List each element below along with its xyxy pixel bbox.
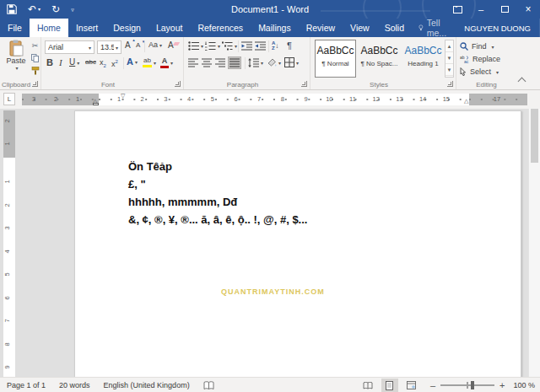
shrink-font-button[interactable]: A <box>136 42 140 49</box>
show-hide-pilcrow-button[interactable]: ¶ <box>287 40 292 51</box>
collapse-ribbon-icon[interactable] <box>518 78 526 86</box>
doc-line[interactable]: Ön Têảp <box>128 158 307 175</box>
font-dialog-launcher-icon[interactable] <box>175 81 181 87</box>
tab-view[interactable]: View <box>343 19 377 37</box>
style-heading1[interactable]: AaBbCc Heading 1 <box>402 40 444 78</box>
text-effects-button[interactable]: A▾ <box>127 57 138 67</box>
clear-formatting-button[interactable]: A <box>168 41 174 50</box>
grow-font-button[interactable]: A <box>125 41 131 50</box>
select-button[interactable]: Select▾ <box>460 66 499 78</box>
font-size-combo[interactable]: 13.5▾ <box>97 40 122 54</box>
align-left-button[interactable] <box>188 58 198 67</box>
styles-more-icon[interactable]: ▼ <box>446 64 453 76</box>
minimize-icon[interactable]: – <box>469 0 493 19</box>
word-count[interactable]: 20 words <box>59 381 90 389</box>
decrease-indent-button[interactable] <box>241 41 252 51</box>
tab-design[interactable]: Design <box>105 19 148 37</box>
print-layout-button[interactable] <box>381 379 398 392</box>
zoom-slider-thumb[interactable] <box>471 381 474 389</box>
font-name-combo[interactable]: Arial▾ <box>45 40 94 54</box>
tab-solid[interactable]: Solid <box>377 19 412 37</box>
vertical-ruler[interactable]: 21123456789 <box>3 110 15 377</box>
close-icon[interactable]: × <box>516 0 540 19</box>
undo-caret-icon[interactable]: ▾ <box>38 7 40 12</box>
doc-line[interactable]: &, ¢, ®, ¥, ®... ă, â, ê, ộ.. !, @, #, $… <box>128 211 307 228</box>
save-icon[interactable] <box>7 4 17 14</box>
undo-icon[interactable]: ↶▾ <box>28 4 40 14</box>
maximize-icon[interactable] <box>493 0 516 19</box>
proofing-icon[interactable] <box>203 381 214 390</box>
language-indicator[interactable]: English (United Kingdom) <box>104 381 190 389</box>
ruler-number: 3 <box>164 95 167 103</box>
style-no-spacing[interactable]: AaBbCc ¶ No Spac... <box>359 40 400 78</box>
ribbon-display-options-icon[interactable] <box>446 0 469 19</box>
zoom-out-icon[interactable]: – <box>430 380 435 390</box>
justify-button[interactable] <box>228 56 241 69</box>
numbering-button[interactable]: ▾ <box>205 41 220 51</box>
tab-selector[interactable]: L <box>3 93 15 105</box>
document-page[interactable]: Ön Têảp£, "hhhhh, mmmmm, Dđ&, ¢, ®, ¥, ®… <box>74 110 521 379</box>
tab-references[interactable]: References <box>190 19 251 37</box>
font-color-button[interactable]: A▾ <box>160 57 173 68</box>
align-right-button[interactable] <box>215 58 225 67</box>
clipboard-dialog-launcher-icon[interactable] <box>32 81 38 87</box>
paste-caret-icon[interactable]: ▾ <box>15 65 18 71</box>
highlight-color-button[interactable]: ab▾ <box>143 57 156 67</box>
zoom-level[interactable]: 100 % <box>513 381 535 389</box>
styles-dialog-launcher-icon[interactable] <box>447 81 453 87</box>
user-name[interactable]: NGUYEN DUONG <box>456 24 539 33</box>
customize-qat-icon[interactable]: ▿ <box>71 7 74 13</box>
vertical-scrollbar[interactable]: ▲ <box>528 90 540 377</box>
ruler-bar: L 32112345678910111213141517 ▽ △ △ <box>0 90 540 109</box>
doc-line[interactable]: £, " <box>128 175 307 193</box>
style-normal[interactable]: AaBbCc ¶ Normal <box>315 40 356 78</box>
horizontal-ruler[interactable]: 32112345678910111213141517 ▽ △ △ <box>22 94 527 105</box>
tab-layout[interactable]: Layout <box>148 19 191 37</box>
sort-button[interactable]: AZ↓ <box>272 40 278 51</box>
left-indent-marker[interactable] <box>93 103 99 105</box>
find-button[interactable]: Find▾ <box>460 40 494 52</box>
borders-button[interactable]: ▾ <box>284 57 299 67</box>
align-center-button[interactable] <box>202 58 212 67</box>
tab-file[interactable]: File <box>0 19 30 37</box>
right-indent-marker[interactable]: △ <box>464 98 468 104</box>
tab-mailings[interactable]: Mailings <box>251 19 299 37</box>
change-case-button[interactable]: Aa▾ <box>148 41 162 49</box>
styles-scroll-up-icon[interactable]: ▲ <box>446 40 453 52</box>
increase-indent-button[interactable] <box>255 41 266 51</box>
tab-insert[interactable]: Insert <box>68 19 105 37</box>
status-right: – + 100 % <box>359 378 535 392</box>
underline-button[interactable]: U▾ <box>69 58 79 67</box>
page-indicator[interactable]: Page 1 of 1 <box>7 381 46 389</box>
subscript-button[interactable]: x2 <box>100 59 106 68</box>
superscript-button[interactable]: x2 <box>111 59 118 68</box>
first-line-indent-marker[interactable]: ▽ <box>121 93 125 99</box>
format-painter-icon[interactable] <box>30 66 40 76</box>
ruler-number: 8 <box>281 95 284 103</box>
italic-button[interactable]: I <box>59 58 62 67</box>
styles-scroll-down-icon[interactable]: ▼ <box>446 52 453 64</box>
scrollbar-thumb[interactable] <box>531 104 538 163</box>
cut-icon[interactable]: ✂ <box>30 40 40 51</box>
replace-button[interactable]: abac Replace <box>460 53 500 65</box>
zoom-in-icon[interactable]: + <box>500 380 505 390</box>
line-spacing-button[interactable]: ▾ <box>248 58 263 67</box>
bold-button[interactable]: B <box>46 58 53 67</box>
doc-line[interactable]: hhhhh, mmmmm, Dđ <box>128 193 307 211</box>
strikethrough-button[interactable]: abc <box>85 59 96 66</box>
zoom-slider[interactable] <box>440 384 494 386</box>
read-mode-button[interactable] <box>359 379 376 392</box>
tab-review[interactable]: Review <box>299 19 343 37</box>
styles-group: AaBbCc ¶ Normal AaBbCc ¶ No Spac... AaBb… <box>310 37 456 89</box>
web-layout-button[interactable] <box>403 379 420 392</box>
bullets-button[interactable]: ▾ <box>188 41 203 51</box>
shading-button[interactable]: ▾ <box>267 57 281 67</box>
paste-label: Paste <box>6 56 25 65</box>
paragraph-dialog-launcher-icon[interactable] <box>301 81 307 87</box>
tell-me-box[interactable]: Tell me... <box>412 19 456 37</box>
tab-home[interactable]: Home <box>30 19 68 37</box>
redo-icon[interactable]: ↻ <box>51 4 60 14</box>
copy-icon[interactable] <box>30 53 40 63</box>
multilevel-list-button[interactable]: ▾ <box>222 41 237 51</box>
paste-button[interactable]: Paste ▾ <box>3 40 30 82</box>
